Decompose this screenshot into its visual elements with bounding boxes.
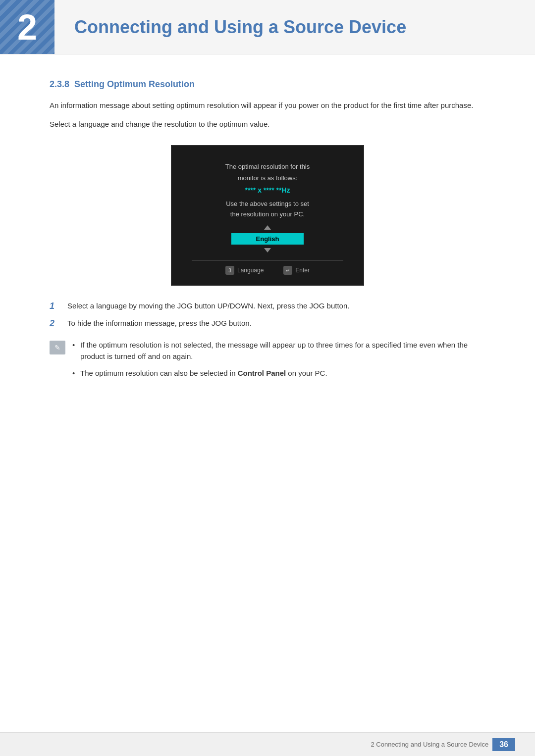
main-content: 2.3.8 Setting Optimum Resolution An info… bbox=[0, 54, 535, 425]
page-header: 2 Connecting and Using a Source Device bbox=[0, 0, 535, 54]
note-1-text: If the optimum resolution is not selecte… bbox=[80, 341, 468, 360]
monitor-resolution: **** x **** **Hz bbox=[192, 186, 343, 194]
monitor-line-1: The optimal resolution for this monitor … bbox=[192, 161, 343, 184]
monitor-instructions: Use the above settings to set the resolu… bbox=[192, 199, 343, 220]
language-icon: 3 bbox=[225, 266, 234, 275]
enter-icon: ↵ bbox=[283, 266, 292, 275]
arrow-down-icon[interactable] bbox=[264, 248, 271, 252]
chapter-number-block: 2 bbox=[0, 0, 54, 54]
steps-list: 1 Select a language by moving the JOG bu… bbox=[50, 301, 485, 329]
step-2-number: 2 bbox=[50, 318, 59, 329]
note-2-text-before: The optimum resolution can also be selec… bbox=[80, 369, 238, 377]
notes-section: If the optimum resolution is not selecte… bbox=[50, 340, 485, 385]
notes-list: If the optimum resolution is not selecte… bbox=[72, 340, 485, 385]
step-1-number: 1 bbox=[50, 301, 59, 311]
step-1: 1 Select a language by moving the JOG bu… bbox=[50, 301, 485, 312]
step-1-text: Select a language by moving the JOG butt… bbox=[67, 301, 349, 312]
monitor-display-box: The optimal resolution for this monitor … bbox=[171, 145, 364, 286]
arrow-up-icon[interactable] bbox=[264, 225, 271, 230]
step-2-text: To hide the information message, press t… bbox=[67, 318, 252, 329]
monitor-footer: 3 Language ↵ Enter bbox=[192, 260, 343, 275]
step-2: 2 To hide the information message, press… bbox=[50, 318, 485, 329]
language-label: Language bbox=[237, 267, 264, 274]
note-1: If the optimum resolution is not selecte… bbox=[72, 340, 485, 362]
footer-section-label: 2 Connecting and Using a Source Device bbox=[371, 741, 488, 748]
section-title: Setting Optimum Resolution bbox=[74, 79, 195, 89]
section-number: 2.3.8 bbox=[50, 79, 69, 89]
language-button[interactable]: English bbox=[231, 233, 304, 245]
note-icon bbox=[50, 341, 65, 354]
note-2-bold: Control Panel bbox=[238, 369, 286, 377]
enter-label: Enter bbox=[295, 267, 310, 274]
header-title-area: Connecting and Using a Source Device bbox=[54, 0, 535, 54]
paragraph-2: Select a language and change the resolut… bbox=[50, 118, 485, 130]
paragraph-1: An information message about setting opt… bbox=[50, 100, 485, 111]
footer-language-item: 3 Language bbox=[225, 266, 264, 275]
chapter-number: 2 bbox=[17, 9, 37, 45]
page-footer: 2 Connecting and Using a Source Device 3… bbox=[0, 732, 535, 756]
monitor-screenshot: The optimal resolution for this monitor … bbox=[50, 145, 485, 286]
chapter-title: Connecting and Using a Source Device bbox=[74, 17, 406, 38]
section-heading: 2.3.8 Setting Optimum Resolution bbox=[50, 79, 485, 90]
language-selector[interactable]: English bbox=[192, 225, 343, 252]
note-2-text-after: on your PC. bbox=[286, 369, 327, 377]
footer-enter-item: ↵ Enter bbox=[283, 266, 310, 275]
note-2: The optimum resolution can also be selec… bbox=[72, 368, 485, 379]
page-number: 36 bbox=[492, 738, 515, 751]
